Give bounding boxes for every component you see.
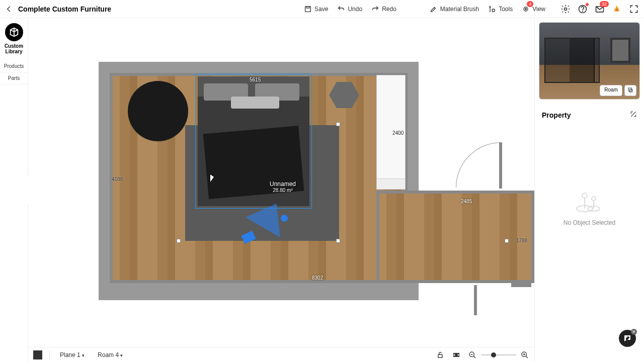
help-notification-dot xyxy=(586,3,589,6)
material-brush-label: Material Brush xyxy=(440,6,479,13)
settings-icon[interactable] xyxy=(560,4,571,14)
dim-left: 4188 xyxy=(112,176,123,182)
selection-handle[interactable] xyxy=(505,239,509,243)
roam-button[interactable]: Roam xyxy=(600,85,622,96)
svg-rect-0 xyxy=(305,6,311,12)
room-label: Unnamed 28.80 m² xyxy=(270,180,296,193)
undo-label: Undo xyxy=(348,6,362,13)
right-panel: Roam Property No Object Selected xyxy=(534,18,644,362)
zoom-out-icon[interactable] xyxy=(468,350,477,359)
expand-icon[interactable] xyxy=(630,111,637,119)
room-area: 28.80 m² xyxy=(270,188,296,193)
selection-handle[interactable] xyxy=(177,239,181,243)
zoom-slider[interactable] xyxy=(481,354,516,355)
cursor-icon xyxy=(210,174,217,184)
door-threshold xyxy=(511,283,531,287)
svg-rect-21 xyxy=(438,354,442,357)
redo-label: Redo xyxy=(382,6,396,13)
app-title: Complete Custom Furniture xyxy=(18,5,111,13)
svg-rect-1 xyxy=(306,6,309,8)
preview-popout-icon[interactable] xyxy=(624,85,636,96)
undo-button[interactable]: Undo xyxy=(337,5,362,13)
zoom-in-icon[interactable] xyxy=(520,350,529,359)
svg-point-4 xyxy=(525,8,527,10)
help-icon[interactable] xyxy=(578,4,588,14)
room-extension[interactable] xyxy=(376,191,534,283)
dim-bottom: 8302 xyxy=(312,275,323,281)
bottom-bar: Plane 1 ▾ Roam 4 ▾ xyxy=(28,347,534,362)
selection-handle[interactable] xyxy=(336,122,340,126)
svg-point-7 xyxy=(583,11,583,11)
tools-label: Tools xyxy=(499,6,513,13)
feedback-fab[interactable]: ✕ xyxy=(619,330,636,347)
canvas[interactable]: Unnamed 28.80 m² 5615 4188 2400 2485 830… xyxy=(28,18,534,347)
svg-point-20 xyxy=(592,197,596,201)
left-sidebar: Custom Library Products Parts xyxy=(0,18,28,362)
tab-plane[interactable]: Plane 1 ▾ xyxy=(57,350,88,359)
tab-roam[interactable]: Roam 4 ▾ xyxy=(95,350,126,359)
custom-library-label[interactable]: Custom Library xyxy=(0,43,28,54)
inbox-badge: 32 xyxy=(600,1,609,7)
dim-right-lower: 2485 xyxy=(461,199,472,204)
door-leaf xyxy=(499,142,502,189)
tools-button[interactable]: Tools xyxy=(488,5,513,13)
lock-icon[interactable] xyxy=(436,350,445,359)
redo-button[interactable]: Redo xyxy=(371,5,396,13)
room-name: Unnamed xyxy=(270,180,296,188)
property-title: Property xyxy=(542,111,571,119)
svg-point-2 xyxy=(492,9,495,12)
svg-point-19 xyxy=(582,193,587,198)
inbox-icon[interactable]: 32 xyxy=(595,4,605,14)
view-button[interactable]: 4 View xyxy=(522,5,545,13)
svg-point-5 xyxy=(565,8,567,10)
dim-top: 5615 xyxy=(250,77,261,82)
round-table[interactable] xyxy=(128,81,188,141)
dim-side: 1788 xyxy=(516,238,527,243)
sidebar-products[interactable]: Products xyxy=(0,60,28,72)
property-empty-state: No Object Selected xyxy=(535,189,644,226)
camera-focus-dot xyxy=(281,215,288,222)
property-header: Property xyxy=(535,104,644,123)
zoom-control[interactable] xyxy=(468,350,529,359)
fullscreen-icon[interactable] xyxy=(629,4,639,14)
door-leaf-bottom xyxy=(474,285,477,315)
save-label: Save xyxy=(314,6,328,13)
floorplan[interactable]: Unnamed 28.80 m² 5615 4188 2400 2485 830… xyxy=(99,62,419,300)
selection-handle[interactable] xyxy=(336,239,340,243)
view-label: View xyxy=(532,6,545,13)
custom-library-icon[interactable] xyxy=(5,23,23,41)
property-empty-text: No Object Selected xyxy=(535,219,644,226)
wardrobe-lower[interactable] xyxy=(376,178,406,190)
preview-3d[interactable]: Roam xyxy=(539,22,640,100)
view-badge: 4 xyxy=(527,1,533,7)
sidebar-parts[interactable]: Parts xyxy=(0,72,28,84)
material-brush-button[interactable]: Material Brush xyxy=(430,5,479,13)
dim-right-upper: 2400 xyxy=(392,130,404,136)
save-button[interactable]: Save xyxy=(304,5,328,13)
brand-icon[interactable] xyxy=(612,4,622,14)
layers-icon[interactable] xyxy=(33,350,42,359)
fit-icon[interactable] xyxy=(452,350,461,359)
top-bar: Complete Custom Furniture Save Undo Redo… xyxy=(0,0,644,18)
fab-close-icon[interactable]: ✕ xyxy=(631,329,637,335)
top-right-icons: 32 xyxy=(560,4,639,14)
top-actions: Save Undo Redo Material Brush Tools 4 Vi… xyxy=(304,5,545,13)
back-arrow-icon[interactable] xyxy=(5,5,13,13)
